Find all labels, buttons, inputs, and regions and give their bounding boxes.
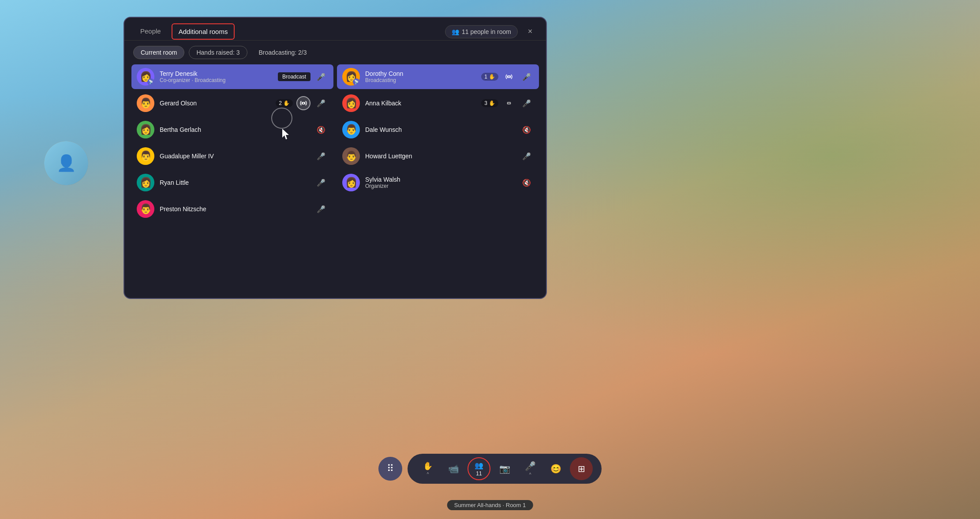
header-right: 👥 11 people in room ×: [445, 25, 537, 39]
person-info: Howard Luettgen: [365, 153, 514, 160]
mic-muted-button[interactable]: 🔇: [520, 175, 534, 190]
mic-button[interactable]: 🎤: [520, 96, 534, 110]
mic-button[interactable]: 🎤: [314, 202, 328, 216]
people-button[interactable]: 👥 11: [468, 457, 490, 480]
right-column: 👩 📡 Dorothy Conn Broadcasting 1 ✋: [337, 64, 539, 291]
person-name: Gerard Olson: [160, 100, 270, 107]
person-actions: 🎤: [314, 175, 328, 190]
layout-button[interactable]: ⊞: [570, 457, 593, 480]
list-item[interactable]: 👨 Dale Wunsch 🔇: [337, 117, 539, 142]
person-info: Anna Kilback: [365, 100, 476, 107]
close-button[interactable]: ×: [523, 25, 537, 39]
list-item[interactable]: 👩 Sylvia Walsh Organizer 🔇: [337, 170, 539, 195]
mic-muted-button[interactable]: 🔇: [520, 123, 534, 137]
avatar: 👩: [342, 94, 360, 112]
list-item[interactable]: 👨 Guadalupe Miller IV 🎤: [131, 144, 333, 168]
broadcast-icon-btn[interactable]: [502, 70, 516, 84]
mic-button[interactable]: 🎤: [520, 149, 534, 163]
person-info: Guadalupe Miller IV: [160, 153, 309, 160]
hand-count: 1: [484, 74, 487, 80]
mic-button[interactable]: 🎤: [314, 96, 328, 110]
person-name: Howard Luettgen: [365, 153, 514, 160]
mic-button[interactable]: 🎤: [314, 70, 328, 84]
filter-bar: Current room Hands raised: 3 Broadcastin…: [124, 41, 546, 64]
people-count-button[interactable]: 👥 11 people in room: [445, 25, 518, 38]
list-item[interactable]: 👨 Gerard Olson 2 ✋: [131, 91, 333, 116]
bg-person-avatar: 👤: [44, 141, 88, 185]
raise-hand-button[interactable]: ✋ ^: [416, 457, 439, 480]
person-actions: Broadcast 🎤: [278, 70, 328, 84]
hand-count-badge: 2 ✋: [276, 99, 293, 107]
person-info: Gerard Olson: [160, 100, 270, 107]
person-info: Preston Nitzsche: [160, 205, 309, 213]
people-icon: 👥: [452, 28, 459, 35]
mic-button[interactable]: 🎤 ^: [519, 457, 542, 480]
avatar: 👩 📡: [342, 68, 360, 86]
tab-people[interactable]: People: [133, 23, 168, 40]
filter-hands-raised[interactable]: Hands raised: 3: [189, 46, 247, 59]
avatar: 👨: [137, 94, 154, 112]
broadcast-toggle-button[interactable]: [296, 96, 310, 110]
list-item[interactable]: 👩 📡 Terry Denesik Co-organizer · Broadca…: [131, 64, 333, 89]
mic-button[interactable]: 🎤: [314, 175, 328, 190]
list-item[interactable]: 👩 📡 Dorothy Conn Broadcasting 1 ✋: [337, 64, 539, 89]
broadcast-signal-icon: 📡: [353, 78, 360, 86]
hand-count: 2: [279, 100, 282, 106]
person-actions: 🔇: [314, 123, 328, 137]
list-item[interactable]: 👩 Ryan Little 🎤: [131, 170, 333, 195]
content-share-button[interactable]: 📹: [442, 457, 465, 480]
person-info: Ryan Little: [160, 179, 309, 186]
avatar: 👨: [137, 147, 154, 165]
person-role: Co-organizer · Broadcasting: [160, 77, 273, 83]
svg-point-1: [508, 76, 510, 78]
emoji-reaction-button[interactable]: 😊: [544, 457, 567, 480]
filter-broadcasting[interactable]: Broadcasting: 2/3: [252, 46, 314, 59]
person-name: Preston Nitzsche: [160, 205, 309, 213]
hand-icon: ✋: [283, 100, 290, 106]
avatar: 👩: [137, 121, 154, 138]
person-name: Ryan Little: [160, 179, 309, 186]
bottom-bar: ⠿ ✋ ^ 📹 👥 11 📷 🎤 ^ 😊: [378, 454, 602, 484]
broadcast-signal-icon: 📡: [147, 78, 154, 86]
avatar: 👩: [137, 174, 154, 191]
person-name: Anna Kilback: [365, 100, 476, 107]
camera-button[interactable]: 📷: [493, 457, 516, 480]
person-actions: 🎤: [520, 149, 534, 163]
list-item[interactable]: 👨 Preston Nitzsche 🎤: [131, 197, 333, 221]
person-role: Broadcasting: [365, 77, 476, 83]
avatar: 👨: [137, 200, 154, 218]
list-item[interactable]: 👩 Anna Kilback 3 ✋: [337, 91, 539, 116]
mic-button[interactable]: 🎤: [520, 70, 534, 84]
mic-muted-button[interactable]: 🔇: [314, 123, 328, 137]
avatar: 👨: [342, 121, 360, 138]
person-name: Bertha Gerlach: [160, 126, 309, 133]
person-actions: 2 ✋ 🎤: [276, 96, 328, 110]
person-actions: 🔇: [520, 123, 534, 137]
main-toolbar: ✋ ^ 📹 👥 11 📷 🎤 ^ 😊 ⊞: [408, 454, 602, 484]
mic-button[interactable]: 🎤: [314, 149, 328, 163]
avatar: 👩 📡: [137, 68, 154, 86]
hand-count: 3: [484, 100, 487, 106]
hand-icon: ✋: [489, 74, 495, 80]
content-area: 👩 📡 Terry Denesik Co-organizer · Broadca…: [124, 64, 546, 298]
person-actions: 🎤: [314, 149, 328, 163]
filter-current-room[interactable]: Current room: [133, 46, 184, 59]
broadcast-badge: Broadcast: [278, 72, 310, 81]
list-item[interactable]: 👩 Bertha Gerlach 🔇: [131, 117, 333, 142]
person-actions: 3 ✋ 🎤: [481, 96, 534, 110]
tab-additional-rooms[interactable]: Additional rooms: [172, 23, 235, 40]
list-item[interactable]: 👨 Howard Luettgen 🎤: [337, 144, 539, 168]
grid-button[interactable]: ⠿: [378, 457, 402, 481]
left-column: 👩 📡 Terry Denesik Co-organizer · Broadca…: [131, 64, 333, 291]
person-actions: 1 ✋ 🎤: [481, 70, 534, 84]
svg-point-2: [508, 102, 510, 105]
hand-count-badge: 3 ✋: [481, 99, 498, 107]
person-name: Guadalupe Miller IV: [160, 153, 309, 160]
person-name: Sylvia Walsh: [365, 176, 514, 183]
avatar: 👨: [342, 147, 360, 165]
person-info: Sylvia Walsh Organizer: [365, 176, 514, 189]
person-info: Dorothy Conn Broadcasting: [365, 70, 476, 83]
person-actions: 🎤: [314, 202, 328, 216]
broadcast-icon-btn[interactable]: [502, 96, 516, 110]
person-info: Terry Denesik Co-organizer · Broadcastin…: [160, 70, 273, 83]
